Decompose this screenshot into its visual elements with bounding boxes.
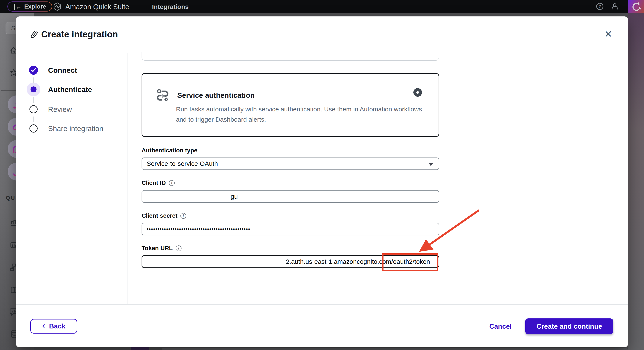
quick-suite-logo-icon <box>53 2 62 11</box>
step-label: Review <box>48 105 72 113</box>
step-label: Share integration <box>48 124 103 133</box>
step-upcoming-circle-icon <box>27 102 40 116</box>
breadcrumb-page-name: Integrations <box>152 3 189 10</box>
client-secret-input[interactable]: ••••••••••••••••••••••••••••••••••••••••… <box>142 223 439 235</box>
step-label: Authenticate <box>48 85 92 94</box>
step-label: Connect <box>48 66 77 74</box>
background-bottom-accent <box>131 347 149 350</box>
info-icon[interactable]: i <box>169 180 175 186</box>
integration-icon <box>30 30 38 39</box>
client-secret-masked-value: ••••••••••••••••••••••••••••••••••••••••… <box>142 226 250 232</box>
right-panel-dimmed <box>628 13 644 350</box>
cancel-button[interactable]: Cancel <box>489 323 512 330</box>
auth-type-select[interactable]: Service-to-service OAuth <box>142 157 439 170</box>
text-cursor <box>431 258 431 266</box>
stepper-connector <box>33 77 34 83</box>
step-review[interactable]: Review <box>27 102 72 116</box>
client-id-label: Client ID i <box>142 179 175 186</box>
step-share-integration[interactable]: Share integration <box>27 122 103 135</box>
auth-type-selected-value: Service-to-service OAuth <box>147 160 218 167</box>
top-navigation-bar: |← Explore Amazon Quick Suite Integratio… <box>0 0 644 13</box>
step-connect[interactable]: Connect <box>27 63 77 77</box>
help-icon[interactable]: ? <box>596 2 604 10</box>
modal-title: Create integration <box>41 29 118 39</box>
service-workflow-icon <box>156 89 170 102</box>
svg-text:✦: ✦ <box>637 1 640 5</box>
create-integration-modal: Create integration ✕ Connect Authenticat… <box>16 16 628 347</box>
amazon-q-panel-button[interactable]: ✦ <box>628 0 644 13</box>
chevron-left-icon: ‹ <box>42 321 45 331</box>
auth-card-description: Run tasks automatically with service aut… <box>176 104 424 125</box>
stepper-column-divider <box>127 53 128 304</box>
client-secret-label-text: Client secret <box>142 212 178 219</box>
step-complete-check-icon <box>27 63 40 77</box>
back-label: Back <box>49 322 66 330</box>
client-id-value: gu <box>142 193 238 200</box>
token-url-label-text: Token URL <box>142 245 173 252</box>
previous-option-card-edge <box>142 52 439 61</box>
client-id-label-text: Client ID <box>142 179 166 186</box>
amazon-q-chat-icon: ✦ <box>631 1 641 11</box>
service-authentication-card[interactable]: Service authentication Run tasks automat… <box>142 73 439 137</box>
info-icon[interactable]: i <box>180 213 186 219</box>
token-url-input[interactable]: 2.auth.us-east-1.amazoncognito.com/oauth… <box>142 255 439 268</box>
stepper-connector <box>33 116 34 122</box>
token-url-label: Token URL i <box>142 245 182 252</box>
close-icon[interactable]: ✕ <box>602 28 614 40</box>
user-profile-icon[interactable] <box>611 2 618 10</box>
explore-label: Explore <box>24 3 46 10</box>
auth-type-label: Authentication type <box>142 147 197 154</box>
annotation-arrow <box>16 16 628 347</box>
modal-footer-divider <box>16 304 628 305</box>
info-icon[interactable]: i <box>176 245 182 251</box>
radio-selected-icon[interactable] <box>414 88 422 97</box>
chevron-down-icon <box>428 163 434 166</box>
auth-type-label-text: Authentication type <box>142 147 197 154</box>
stepper-connector <box>33 97 34 103</box>
client-id-input[interactable]: gu <box>142 190 439 203</box>
token-url-value: 2.auth.us-east-1.amazoncognito.com/oauth… <box>286 258 430 265</box>
client-secret-label: Client secret i <box>142 212 186 219</box>
collapse-left-icon: |← <box>14 3 22 10</box>
app-title: Amazon Quick Suite <box>65 3 129 11</box>
step-upcoming-circle-icon <box>27 122 40 135</box>
topbar-divider <box>146 2 146 10</box>
step-current-dot-icon <box>27 83 40 96</box>
background-card-edge <box>162 348 628 350</box>
step-authenticate[interactable]: Authenticate <box>27 83 92 96</box>
create-and-continue-button[interactable]: Create and continue <box>525 319 613 334</box>
svg-text:?: ? <box>598 4 601 9</box>
back-button[interactable]: ‹ Back <box>30 319 77 334</box>
footer-actions: Cancel Create and continue <box>489 319 613 334</box>
explore-button[interactable]: |← Explore <box>8 1 52 11</box>
auth-card-title: Service authentication <box>177 91 255 99</box>
